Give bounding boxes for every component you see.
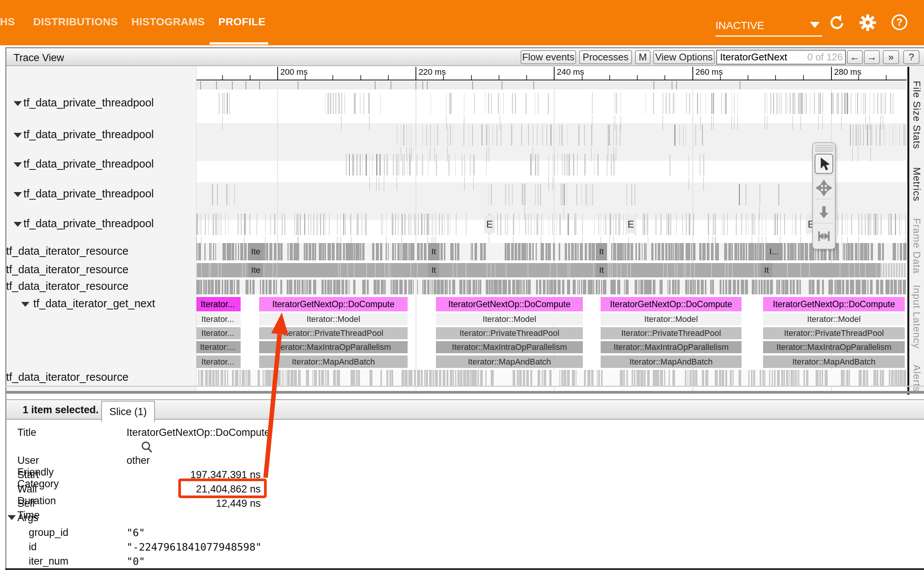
ruler-minor-tick bbox=[775, 75, 776, 80]
trace-events-row[interactable] bbox=[196, 93, 907, 114]
collapse-triangle-icon[interactable] bbox=[14, 101, 22, 106]
trace-slice-docompute[interactable]: IteratorGetNextOp::DoCompute bbox=[601, 297, 742, 311]
track-header-tf_data_private_threadpool[interactable]: tf_data_private_threadpool bbox=[0, 187, 190, 202]
trace-slice[interactable]: Iterator::MapAndBatch bbox=[601, 355, 742, 368]
trace-slice[interactable]: It bbox=[596, 243, 607, 260]
trace-slice[interactable]: It bbox=[596, 263, 607, 278]
trace-slice[interactable]: Iterator::PrivateThreadPool bbox=[259, 327, 408, 339]
track-header-tf_data_private_threadpool[interactable]: tf_data_private_threadpool bbox=[0, 217, 190, 232]
toolbar-button-view-options[interactable]: View Options bbox=[653, 50, 715, 64]
trace-slice[interactable]: Iterator... bbox=[196, 313, 240, 325]
time-ruler[interactable]: 200 ms220 ms240 ms260 ms280 ms bbox=[196, 66, 907, 80]
trace-slice[interactable]: Iterator... bbox=[196, 355, 240, 368]
ruler-minor-tick bbox=[471, 75, 472, 80]
trace-slice[interactable]: Ite bbox=[248, 243, 263, 260]
run-selector[interactable]: INACTIVE bbox=[715, 15, 822, 36]
collapse-triangle-icon[interactable] bbox=[14, 162, 22, 167]
track-header-tf_data_private_threadpool[interactable]: tf_data_private_threadpool bbox=[0, 128, 190, 143]
help-icon[interactable]: ? bbox=[891, 14, 907, 30]
track-header-tf_data_iterator_resource[interactable]: tf_data_iterator_resource bbox=[0, 370, 190, 385]
trace-slice[interactable]: Iterator::Model bbox=[436, 313, 583, 325]
pan-icon bbox=[815, 179, 833, 197]
trace-events-row[interactable] bbox=[196, 280, 907, 294]
trace-slice-docompute[interactable]: IteratorGetNextOp::DoCompute bbox=[763, 297, 905, 311]
trace-slice[interactable]: Iterator::MaxIntraOpParallelism bbox=[601, 341, 742, 353]
panel-divider[interactable] bbox=[5, 391, 924, 394]
trace-slice[interactable]: Iterator::MaxIntraOpParallelism bbox=[259, 341, 408, 353]
trace-slice[interactable]: Iterator::PrivateThreadPool bbox=[601, 327, 742, 339]
summary-band[interactable] bbox=[196, 81, 907, 90]
tool-timing-button[interactable] bbox=[815, 225, 833, 247]
trace-slice[interactable]: It bbox=[761, 263, 772, 278]
app-tab-hs[interactable]: HS bbox=[0, 16, 15, 28]
track-header-tf_data_private_threadpool[interactable]: tf_data_private_threadpool bbox=[0, 157, 190, 172]
gear-icon[interactable] bbox=[859, 14, 877, 32]
trace-slice[interactable]: Iterator::Model bbox=[601, 313, 742, 325]
detail-value: 12,449 ns bbox=[127, 498, 261, 509]
search-prev-button[interactable]: ← bbox=[847, 50, 863, 64]
refresh-icon[interactable] bbox=[828, 14, 845, 32]
event-marker[interactable]: E bbox=[484, 215, 495, 233]
trace-events-row[interactable] bbox=[196, 154, 907, 175]
search-input[interactable]: IteratorGetNext 0 of 126 bbox=[716, 50, 846, 65]
trace-events-row[interactable] bbox=[196, 370, 907, 386]
trace-slice[interactable]: Iterator:... bbox=[196, 341, 240, 353]
trace-events-row[interactable] bbox=[196, 184, 907, 205]
tool-zoom-button[interactable] bbox=[815, 201, 833, 223]
trace-events-row[interactable] bbox=[196, 125, 907, 146]
tool-palette[interactable] bbox=[812, 142, 835, 249]
trace-slice[interactable]: I... bbox=[765, 243, 783, 260]
track-name: tf_data_iterator_resource bbox=[6, 263, 128, 276]
trace-slice[interactable]: Iterator::MapAndBatch bbox=[436, 355, 583, 368]
search-next-button[interactable]: → bbox=[864, 50, 880, 64]
track-header-tf_data_private_threadpool[interactable]: tf_data_private_threadpool bbox=[0, 96, 190, 111]
trace-slice[interactable]: Iterator::MapAndBatch bbox=[259, 355, 408, 368]
trace-slice-docompute[interactable]: IteratorGetNextOp::DoCompute bbox=[436, 297, 583, 311]
track-header-tf_data_iterator_resource[interactable]: tf_data_iterator_resource bbox=[0, 263, 190, 278]
trace-events-row[interactable]: IteItItI... bbox=[196, 243, 907, 260]
trace-slice[interactable]: Iterator::MaxIntraOpParallelism bbox=[436, 341, 583, 353]
ruler-minor-tick bbox=[858, 75, 859, 80]
trace-slice[interactable]: It bbox=[428, 263, 439, 278]
collapse-triangle-icon[interactable] bbox=[14, 222, 22, 227]
event-marker[interactable]: E bbox=[626, 215, 636, 233]
collapse-triangle-icon[interactable] bbox=[21, 302, 30, 307]
track-header-tf_data_iterator_resource[interactable]: tf_data_iterator_resource bbox=[0, 244, 190, 259]
toolbar-button-processes[interactable]: Processes bbox=[579, 50, 632, 64]
trace-slice[interactable]: It bbox=[428, 243, 439, 260]
trace-help-button[interactable]: ? bbox=[903, 50, 919, 64]
caret-down-icon[interactable] bbox=[810, 22, 820, 28]
track-header-tf_data_iterator_resource[interactable]: tf_data_iterator_resource bbox=[0, 279, 190, 294]
tool-pan-button[interactable] bbox=[815, 177, 833, 199]
toolbar-button-m[interactable]: M bbox=[635, 50, 650, 64]
timeline-area[interactable]: 200 ms220 ms240 ms260 ms280 msEEEIteItIt… bbox=[196, 66, 907, 395]
trace-slice[interactable]: Iterator::MaxIntraOpParallelism bbox=[763, 341, 905, 353]
collapse-triangle-icon[interactable] bbox=[14, 133, 22, 138]
search-icon[interactable] bbox=[140, 440, 155, 455]
trace-events-row[interactable]: IteItItIt bbox=[196, 263, 907, 278]
palette-drag-handle[interactable] bbox=[815, 145, 833, 152]
app-tab-distributions[interactable]: DISTRIBUTIONS bbox=[33, 16, 118, 28]
help-glyph: ? bbox=[896, 17, 903, 28]
collapse-triangle-icon[interactable] bbox=[14, 192, 22, 197]
trace-slice-docompute[interactable]: Iterator... bbox=[196, 297, 240, 311]
trace-slice[interactable]: Iterator::MapAndBatch bbox=[763, 355, 905, 368]
toolbar-button-flow-events[interactable]: Flow events bbox=[521, 50, 576, 64]
more-button[interactable]: » bbox=[883, 50, 899, 64]
trace-slice[interactable]: Iterator::Model bbox=[259, 313, 408, 325]
trace-slice[interactable]: Iterator::PrivateThreadPool bbox=[763, 327, 905, 339]
track-header-tf_data_iterator_get_next[interactable]: tf_data_iterator_get_next bbox=[0, 296, 190, 312]
tool-cursor-button[interactable] bbox=[815, 153, 833, 175]
trace-slice[interactable]: Iterator... bbox=[196, 327, 240, 339]
trace-events-row[interactable] bbox=[196, 214, 907, 235]
trace-slice[interactable]: Ite bbox=[248, 263, 263, 278]
arg-key: iter_num bbox=[29, 555, 68, 567]
app-tab-histograms[interactable]: HISTOGRAMS bbox=[131, 16, 205, 28]
side-tab-frame-data[interactable]: Frame Data bbox=[910, 205, 922, 287]
trace-slice-docompute[interactable]: IteratorGetNextOp::DoCompute bbox=[259, 297, 408, 311]
tab-slice[interactable]: Slice (1) bbox=[101, 401, 155, 422]
ruler-minor-tick bbox=[665, 75, 665, 80]
trace-slice[interactable]: Iterator::PrivateThreadPool bbox=[436, 327, 583, 339]
app-tab-profile[interactable]: PROFILE bbox=[218, 16, 266, 28]
trace-slice[interactable]: Iterator::Model bbox=[763, 313, 905, 325]
